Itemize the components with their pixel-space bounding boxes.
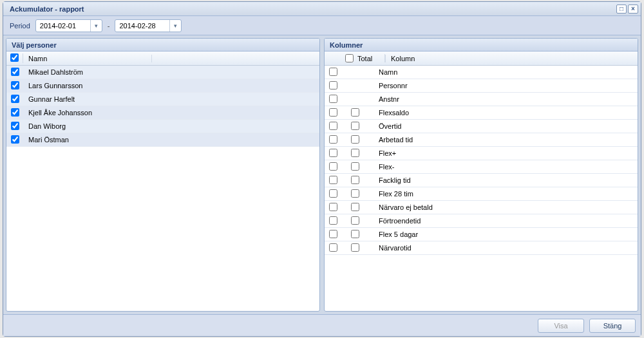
column-total-checkbox[interactable] <box>351 243 359 252</box>
person-name: Gunnar Harfelt <box>23 95 152 103</box>
visa-button[interactable]: Visa <box>538 319 584 333</box>
person-row[interactable]: Mari Östman <box>6 133 319 147</box>
column-row[interactable]: Närvaro ej betald <box>325 201 638 214</box>
column-row[interactable]: Förtroendetid <box>325 214 638 228</box>
person-name: Mikael Dahlström <box>23 68 152 76</box>
report-window: Ackumulator - rapport □ × Period ▾ - ▾ V… <box>3 1 641 337</box>
column-total-checkbox[interactable] <box>351 122 359 130</box>
person-checkbox[interactable] <box>11 95 19 103</box>
column-label: Arbetad tid <box>368 136 638 144</box>
column-include-checkbox[interactable] <box>329 108 337 117</box>
column-label: Flex 28 tim <box>368 190 638 198</box>
persons-panel-header: Välj personer <box>6 39 319 52</box>
column-label: Förtroendetid <box>368 217 638 225</box>
date-from-trigger-icon[interactable]: ▾ <box>90 20 102 32</box>
date-range-separator: - <box>108 22 110 30</box>
column-include-checkbox[interactable] <box>329 189 337 198</box>
column-row[interactable]: Närvarotid <box>325 241 638 255</box>
person-checkbox[interactable] <box>11 108 19 117</box>
column-label: Flex 5 dagar <box>368 230 638 238</box>
column-label: Flex+ <box>368 149 638 157</box>
stang-button[interactable]: Stäng <box>589 319 636 333</box>
person-row[interactable]: Kjell Åke Johansson <box>6 106 319 120</box>
column-total-checkbox[interactable] <box>351 162 359 171</box>
column-row[interactable]: Personnr <box>325 79 638 93</box>
column-label: Närvarotid <box>368 244 638 252</box>
column-label: Personnr <box>368 82 638 89</box>
column-include-checkbox[interactable] <box>329 68 337 76</box>
column-include-checkbox[interactable] <box>329 162 337 171</box>
column-row[interactable]: Flex 28 tim <box>325 187 638 201</box>
person-row[interactable]: Lars Gunnarsson <box>6 79 319 93</box>
period-label: Period <box>10 22 30 30</box>
column-row[interactable]: Namn <box>325 66 638 79</box>
person-row[interactable]: Dan Wiborg <box>6 120 319 133</box>
date-to-field[interactable]: ▾ <box>115 19 182 32</box>
column-total-checkbox[interactable] <box>351 203 359 211</box>
column-include-checkbox[interactable] <box>329 135 337 144</box>
columns-grid-body: NamnPersonnrAnstnrFlexsaldoÖvertidArbeta… <box>325 66 638 311</box>
columns-kolumn-header[interactable]: Kolumn <box>385 55 638 62</box>
date-from-input[interactable] <box>40 22 90 30</box>
column-include-checkbox[interactable] <box>329 81 337 89</box>
person-row[interactable]: Gunnar Harfelt <box>6 93 319 106</box>
column-include-checkbox[interactable] <box>329 122 337 130</box>
column-row[interactable]: Facklig tid <box>325 174 638 187</box>
date-from-field[interactable]: ▾ <box>35 19 102 32</box>
column-total-checkbox[interactable] <box>351 230 359 238</box>
person-name: Mari Östman <box>23 136 152 144</box>
columns-total-header-label: Total <box>357 55 372 62</box>
person-checkbox[interactable] <box>11 122 19 130</box>
persons-grid-header: Namn <box>6 52 319 66</box>
column-label: Flexsaldo <box>368 109 638 117</box>
columns-total-header-checkbox[interactable] <box>345 54 354 62</box>
column-row[interactable]: Övertid <box>325 120 638 133</box>
period-toolbar: Period ▾ - ▾ <box>3 16 641 35</box>
columns-panel: Kolumner Total Kolumn NamnPersonnrAnstnr… <box>324 38 638 312</box>
person-name: Dan Wiborg <box>23 122 152 130</box>
column-label: Namn <box>368 68 638 76</box>
person-name: Lars Gunnarsson <box>23 82 152 89</box>
column-label: Närvaro ej betald <box>368 203 638 211</box>
person-checkbox[interactable] <box>11 68 19 76</box>
date-to-trigger-icon[interactable]: ▾ <box>169 20 181 32</box>
column-row[interactable]: Anstnr <box>325 93 638 106</box>
column-total-checkbox[interactable] <box>351 216 359 225</box>
date-to-input[interactable] <box>119 22 169 30</box>
column-row[interactable]: Arbetad tid <box>325 133 638 147</box>
column-total-checkbox[interactable] <box>351 108 359 117</box>
columns-total-header[interactable]: Total <box>341 54 385 62</box>
column-include-checkbox[interactable] <box>329 176 337 184</box>
column-include-checkbox[interactable] <box>329 243 337 252</box>
persons-select-all-checkbox[interactable] <box>10 53 19 62</box>
columns-grid-header: Total Kolumn <box>325 52 638 66</box>
column-include-checkbox[interactable] <box>329 95 337 103</box>
column-total-checkbox[interactable] <box>351 149 359 157</box>
person-checkbox[interactable] <box>11 135 19 144</box>
column-row[interactable]: Flex- <box>325 160 638 174</box>
column-label: Facklig tid <box>368 176 638 184</box>
column-row[interactable]: Flex+ <box>325 147 638 160</box>
column-label: Flex- <box>368 163 638 171</box>
column-include-checkbox[interactable] <box>329 149 337 157</box>
column-total-checkbox[interactable] <box>351 189 359 198</box>
titlebar: Ackumulator - rapport □ × <box>3 2 641 16</box>
person-checkbox[interactable] <box>11 81 19 89</box>
column-include-checkbox[interactable] <box>329 230 337 238</box>
column-include-checkbox[interactable] <box>329 203 337 211</box>
column-total-checkbox[interactable] <box>351 176 359 184</box>
close-button[interactable]: × <box>628 5 638 14</box>
person-row[interactable]: Mikael Dahlström <box>6 66 319 79</box>
column-label: Övertid <box>368 122 638 130</box>
maximize-button[interactable]: □ <box>616 5 627 14</box>
columns-panel-header: Kolumner <box>325 39 638 52</box>
persons-select-all-cell <box>6 53 23 63</box>
column-total-checkbox[interactable] <box>351 135 359 144</box>
column-label: Anstnr <box>368 95 638 103</box>
column-row[interactable]: Flexsaldo <box>325 106 638 120</box>
persons-name-column-header[interactable]: Namn <box>23 55 152 62</box>
column-row[interactable]: Flex 5 dagar <box>325 228 638 241</box>
column-include-checkbox[interactable] <box>329 216 337 225</box>
window-title: Ackumulator - rapport <box>10 5 615 13</box>
body: Välj personer Namn Mikael DahlströmLars … <box>3 35 641 314</box>
